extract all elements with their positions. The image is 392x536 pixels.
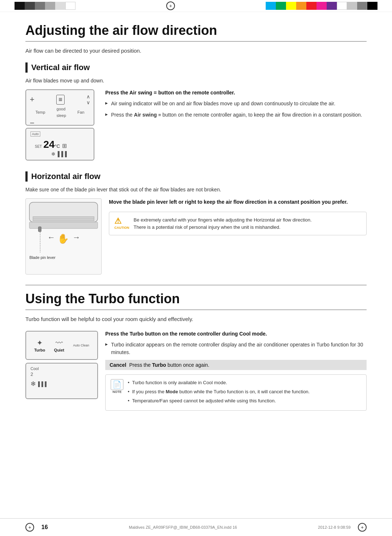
swatch-yellow — [286, 2, 296, 10]
footer: 16 Maldives ZE_AR09FSFP@_IBIM_DB68-03379… — [0, 518, 392, 536]
subsection-title-horizontal: Horizontal air flow — [31, 172, 101, 181]
turbo-press-instruction: Press the Turbo button on the remote con… — [105, 331, 367, 337]
swatch-green — [276, 2, 286, 10]
svg-text:←: ← — [47, 233, 55, 242]
arrow-up-icon: ∧ — [86, 94, 90, 100]
swatch-black — [15, 2, 25, 10]
swatch-cyan — [266, 2, 276, 10]
footer-date: 2012-12-8 9:08:59 — [318, 525, 351, 529]
turbo-remote-image: ✦ Turbo 〰 Quiet Auto Clean Cool 2 ❄ — [25, 331, 98, 399]
fan-bars-icon: ▌▌▌ — [38, 381, 48, 387]
set-label: SET — [35, 145, 42, 149]
section-air-flow: Adjusting the air flow direction Air flo… — [25, 23, 367, 275]
note-label-text: NOTE — [113, 390, 122, 394]
note-item-3: Temperature/Fan speed cannot be adjusted… — [128, 397, 310, 405]
svg-rect-9 — [38, 227, 41, 232]
move-instruction: Move the blade pin lever left or right t… — [109, 198, 367, 206]
temp-value: 24 — [43, 139, 54, 150]
footer-left: 16 — [25, 523, 48, 532]
plus-icon: + — [30, 95, 34, 104]
press-text: Press the Air swing — [105, 90, 154, 96]
section-intro-turbo: Turbo function will be helpful to cool y… — [25, 316, 367, 322]
subsection-vertical-heading: Vertical air flow — [25, 62, 367, 73]
swatch-gray2 — [357, 2, 367, 10]
good-sleep-btn: goodsleep — [57, 105, 66, 118]
caution-label-text: CAUTION — [114, 226, 129, 230]
subsection-bar-vertical — [25, 62, 28, 73]
arrow-down-icon: ∨ — [86, 100, 90, 105]
minus-icon: − — [30, 118, 34, 128]
swatch-silver — [347, 2, 357, 10]
registration-mark-left — [25, 523, 34, 532]
horizontal-desc: Make sure one of the blade pin lever tha… — [25, 187, 367, 192]
turbo-bullet-list: Turbo indicator appears on the remote co… — [105, 341, 367, 356]
remote-control-image: + ≡ ∧ ∨ Temp good — [25, 89, 94, 161]
note-document-icon: 📄 — [111, 379, 123, 390]
turbo-bullet-1: Turbo indicator appears on the remote co… — [105, 341, 367, 356]
footer-filename: Maldives ZE_AR09FSFP@_IBIM_DB68-03379A_E… — [129, 525, 237, 529]
remote-top-panel: + ≡ ∧ ∨ Temp good — [25, 89, 94, 126]
turbo-right-panel: Press the Turbo button on the remote con… — [105, 331, 367, 411]
caution-box: ⚠ CAUTION Be extremely careful with your… — [109, 212, 367, 235]
subsection-bar-horizontal — [25, 171, 28, 182]
horizontal-content: ← → ✋ Blade pin lever Move the blade pin… — [25, 198, 367, 275]
ac-unit-image: ← → ✋ Blade pin lever — [25, 198, 102, 275]
turbo-content: ✦ Turbo 〰 Quiet Auto Clean Cool 2 ❄ — [25, 331, 367, 411]
page-number: 16 — [41, 524, 48, 531]
swatch-dark-gray — [25, 2, 35, 10]
fan-arrows: ∧ ∨ — [86, 94, 90, 105]
bullet-item-2: Press the Air swing ≡ button on the remo… — [105, 111, 367, 119]
section-title-turbo: Using the Turbo function — [25, 291, 367, 310]
swatch-white2 — [337, 2, 347, 10]
snow-icon: ❄ — [51, 151, 56, 157]
vertical-desc: Air flow blades move up and down. — [25, 78, 367, 84]
degree-symbol: °C — [55, 143, 60, 149]
note-list: Turbo function is only available in Cool… — [128, 379, 310, 406]
temp-text: Temp — [36, 110, 45, 114]
remote-bottom-panel: Auto SET 24 °C ⊞ ❄ ▌▌▌ — [25, 128, 94, 161]
swatch-mid-gray — [35, 2, 45, 10]
swatch-light-gray — [45, 2, 55, 10]
swatch-red — [306, 2, 317, 10]
turbo-btn-icon: ✦ — [37, 338, 43, 347]
turbo-remote-top-panel: ✦ Turbo 〰 Quiet Auto Clean — [25, 331, 98, 360]
vertical-instructions: Press the Air swing ≡ button on the remo… — [105, 89, 367, 122]
swing-symbol: ≡ — [154, 89, 157, 96]
good-sleep-text: goodsleep — [57, 107, 66, 118]
display-icon: ⊞ — [62, 142, 67, 149]
ac-unit-svg: ← → ✋ Blade pin lever — [26, 199, 101, 274]
snow-icon-2: ❄ — [30, 380, 36, 388]
press-instruction-vertical: Press the Air swing ≡ button on the remo… — [105, 89, 367, 96]
top-color-bar — [0, 0, 392, 12]
caution-icon-area: ⚠ CAUTION — [114, 216, 129, 230]
fan-label: Fan — [77, 109, 84, 115]
button-text: button on the remote controller. — [157, 90, 235, 96]
fan-text: Fan — [77, 110, 84, 114]
vertical-bullet-list: Air swing indicator will be on and air f… — [105, 100, 367, 119]
turbo-display-icons: ❄ ▌▌▌ — [30, 380, 93, 388]
subsection-horizontal-heading: Horizontal air flow — [25, 171, 367, 182]
note-box: 📄 NOTE Turbo function is only available … — [105, 374, 367, 411]
quiet-btn-label: Quiet — [54, 348, 64, 352]
display-num: 2 — [30, 371, 93, 377]
remote-minus-row: − — [30, 118, 90, 128]
registration-mark-right — [358, 523, 367, 532]
swatch-magenta — [317, 2, 327, 10]
note-item-1: Turbo function is only available in Cool… — [128, 379, 310, 387]
svg-text:Blade pin lever: Blade pin lever — [29, 255, 56, 260]
section-intro-air-flow: Air flow can be directed to your desired… — [25, 48, 367, 54]
section-divider — [25, 285, 367, 285]
cancel-label: Cancel — [110, 362, 126, 368]
temp-label: Temp — [36, 109, 45, 115]
footer-right: 2012-12-8 9:08:59 — [318, 523, 367, 532]
cool-mode-label: Cool — [30, 366, 93, 371]
swatch-white — [65, 2, 75, 10]
section-turbo: Using the Turbo function Turbo function … — [25, 285, 367, 411]
caution-text-content: Be extremely careful with your fingers w… — [134, 216, 312, 231]
note-item-2: If you press the Mode button while the T… — [128, 388, 310, 396]
auto-clean-btn-label: Auto Clean — [73, 344, 89, 347]
turbo-btn-label: Turbo — [34, 348, 45, 352]
color-swatches-right — [266, 2, 377, 10]
subsection-title-vertical: Vertical air flow — [31, 63, 90, 72]
remote-bottom-icons: ❄ ▌▌▌ — [29, 151, 91, 157]
